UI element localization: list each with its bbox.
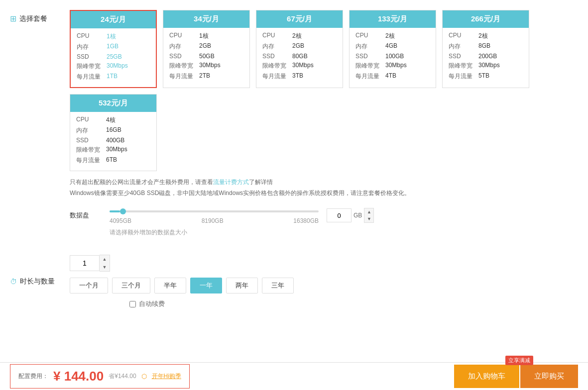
- note-line2: Windows镜像需要至少40GB SSD磁盘，非中国大陆地域Windows实例…: [70, 188, 578, 199]
- period-btn-3[interactable]: 一年: [190, 278, 222, 293]
- pkg-key: CPU: [76, 116, 106, 124]
- disk-input-wrap: GB ▲ ▼: [327, 208, 374, 223]
- slider-mark-3: 16380GB: [293, 217, 319, 224]
- pkg-row: 内存4GB: [355, 42, 430, 51]
- packages-grid: 24元/月CPU1核内存1GBSSD25GB限峰带宽30Mbps每月流量1TB3…: [70, 10, 578, 177]
- package-card-pkg1[interactable]: 24元/月CPU1核内存1GBSSD25GB限峰带宽30Mbps每月流量1TB: [70, 10, 157, 88]
- pkg-val: 2GB: [292, 42, 304, 51]
- package-card-pkg6[interactable]: 532元/月CPU4核内存16GBSSD400GB限峰带宽30Mbps每月流量6…: [70, 94, 157, 171]
- pkg-header-pkg6: 532元/月: [70, 95, 156, 112]
- pkg-val: 1TB: [107, 73, 118, 81]
- pkg-val: 100GB: [385, 53, 404, 60]
- footer-left: 配置费用： ¥ 144.00 省¥144.00 ⬡ 开年Hi购季: [10, 364, 190, 389]
- pkg-body-pkg6: CPU4核内存16GBSSD400GB限峰带宽30Mbps每月流量6TB: [70, 112, 156, 171]
- pkg-key: 每月流量: [262, 72, 292, 81]
- pkg-val: 25GB: [107, 53, 122, 60]
- pkg-key: 限峰带宽: [76, 146, 106, 154]
- add-to-cart-button[interactable]: 加入购物车: [454, 365, 519, 388]
- pkg-key: 限峰带宽: [449, 62, 478, 70]
- pkg-val: 200GB: [478, 53, 497, 60]
- note1-link[interactable]: 流量计费方式: [213, 179, 249, 186]
- pkg-val: 5TB: [478, 72, 489, 81]
- pkg-row: 内存2GB: [169, 42, 243, 51]
- pkg-val: 2核: [292, 32, 302, 40]
- pkg-row: CPU2核: [262, 32, 337, 40]
- pkg-row: CPU2核: [449, 32, 523, 40]
- pkg-key: 内存: [262, 42, 292, 51]
- pkg-header-pkg4: 133元/月: [350, 10, 436, 28]
- pkg-body-pkg1: CPU1核内存1GBSSD25GB限峰带宽30Mbps每月流量1TB: [71, 28, 156, 87]
- disk-unit: GB: [353, 212, 362, 219]
- pkg-key: 每月流量: [449, 72, 478, 81]
- pkg-key: SSD: [262, 53, 292, 60]
- disk-slider[interactable]: [110, 206, 319, 216]
- auto-renew: 自动续费: [129, 299, 578, 308]
- buy-now-button[interactable]: 立即购买: [520, 365, 578, 388]
- pkg-key: 限峰带宽: [262, 62, 292, 70]
- pkg-key: 每月流量: [76, 156, 106, 165]
- slider-labels: 4095GB 8190GB 16380GB: [110, 217, 319, 224]
- config-label: 配置费用：: [18, 372, 48, 381]
- package-card-pkg3[interactable]: 67元/月CPU2核内存2GBSSD80GB限峰带宽30Mbps每月流量3TB: [256, 10, 343, 88]
- period-btn-0[interactable]: 一个月: [70, 278, 108, 293]
- note1-post: 了解详情: [249, 179, 273, 186]
- pkg-row: 每月流量2TB: [169, 72, 243, 81]
- duration-section: ⏱ 时长与数量 ▲ ▼ 一个月三个月半年一年两年三年 自动续费: [10, 255, 578, 308]
- duration-content: ▲ ▼ 一个月三个月半年一年两年三年 自动续费: [70, 255, 578, 308]
- disk-increment-button[interactable]: ▲: [364, 208, 373, 215]
- pkg-key: CPU: [355, 32, 385, 40]
- pkg-val: 2核: [478, 32, 488, 40]
- package-card-pkg4[interactable]: 133元/月CPU2核内存4GBSSD100GB限峰带宽30Mbps每月流量4T…: [349, 10, 436, 88]
- pkg-val: 1GB: [107, 43, 118, 51]
- price-event-link[interactable]: 开年Hi购季: [152, 372, 181, 381]
- period-btn-2[interactable]: 半年: [154, 278, 186, 293]
- period-btn-5[interactable]: 三年: [262, 278, 294, 293]
- pkg-val: 4TB: [385, 72, 396, 81]
- pkg-key: 内存: [449, 42, 478, 51]
- auto-renew-checkbox[interactable]: [129, 301, 136, 307]
- pkg-row: CPU4核: [76, 116, 150, 124]
- packages-icon: ⊞: [10, 14, 16, 23]
- pkg-row: 每月流量4TB: [355, 72, 430, 81]
- pkg-val: 16GB: [106, 126, 121, 135]
- pkg-body-pkg3: CPU2核内存2GBSSD80GB限峰带宽30Mbps每月流量3TB: [256, 28, 343, 87]
- pkg-row: 内存8GB: [449, 42, 523, 51]
- pkg-header-pkg3: 67元/月: [256, 10, 343, 28]
- pkg-key: CPU: [449, 32, 478, 40]
- pkg-val: 80GB: [292, 53, 308, 60]
- disk-slider-container: 4095GB 8190GB 16380GB: [110, 206, 319, 224]
- packages-content: 24元/月CPU1核内存1GBSSD25GB限峰带宽30Mbps每月流量1TB3…: [70, 10, 578, 237]
- pkg-row: 每月流量5TB: [449, 72, 523, 81]
- price-display: ¥ 144.00: [53, 369, 104, 384]
- pkg-val: 50GB: [199, 53, 215, 60]
- notes: 只有超出配额的公网出流量才会产生额外费用，请查看流量计费方式了解详情 Windo…: [70, 177, 578, 198]
- pkg-val: 1核: [199, 32, 209, 40]
- pkg-key: SSD: [76, 137, 106, 144]
- pkg-body-pkg5: CPU2核内存8GBSSD200GB限峰带宽30Mbps每月流量5TB: [443, 28, 529, 87]
- footer-spacer: [10, 316, 578, 351]
- disk-decrement-button[interactable]: ▼: [364, 215, 373, 222]
- period-btn-1[interactable]: 三个月: [112, 278, 150, 293]
- auto-renew-label: 自动续费: [139, 299, 165, 308]
- package-card-pkg5[interactable]: 266元/月CPU2核内存8GBSSD200GB限峰带宽30Mbps每月流量5T…: [442, 10, 529, 88]
- pkg-key: 限峰带宽: [169, 62, 199, 70]
- qty-input[interactable]: [70, 255, 100, 271]
- period-btn-4[interactable]: 两年: [226, 278, 258, 293]
- qty-decrement-button[interactable]: ▼: [100, 263, 110, 271]
- slider-track: [110, 210, 319, 212]
- pkg-val: 1核: [107, 32, 116, 41]
- pkg-val: 2TB: [199, 72, 210, 81]
- disk-input[interactable]: [327, 208, 352, 222]
- package-card-pkg2[interactable]: 34元/月CPU1核内存2GBSSD50GB限峰带宽30Mbps每月流量2TB: [163, 10, 250, 88]
- slider-mark-2: 8190GB: [202, 217, 224, 224]
- pkg-body-pkg4: CPU2核内存4GBSSD100GB限峰带宽30Mbps每月流量4TB: [350, 28, 436, 87]
- pkg-key: 限峰带宽: [77, 62, 107, 71]
- duration-label-wrap: ⏱ 时长与数量: [10, 277, 70, 286]
- pkg-key: 内存: [77, 43, 107, 51]
- slider-thumb[interactable]: [120, 208, 126, 214]
- packages-section: ⊞ 选择套餐 24元/月CPU1核内存1GBSSD25GB限峰带宽30Mbps每…: [10, 10, 578, 237]
- pkg-row: 每月流量1TB: [77, 73, 150, 81]
- pkg-key: SSD: [169, 53, 199, 60]
- qty-increment-button[interactable]: ▲: [100, 255, 110, 263]
- pkg-row: 每月流量6TB: [76, 156, 150, 165]
